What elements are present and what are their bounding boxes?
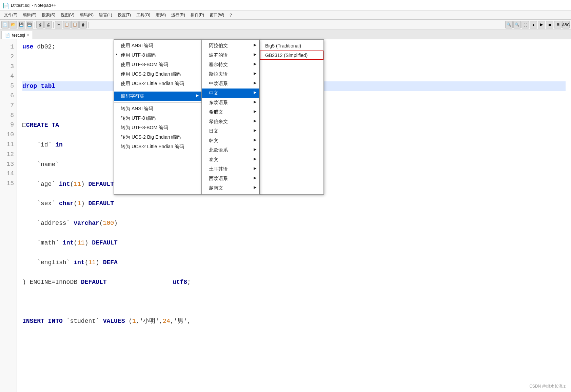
encoding-utf8bom[interactable]: 使用 UTF-8-BOM 编码 (114, 60, 201, 70)
vietnamese-arrow: ▶ (254, 185, 256, 190)
charset-vietnamese[interactable]: 越南文 ▶ (202, 183, 259, 193)
hebrew-arrow: ▶ (254, 119, 256, 123)
new-button[interactable]: 📄 (1, 21, 9, 28)
charset-arabic[interactable]: 阿拉伯文 ▶ (202, 41, 259, 51)
charset-nordic[interactable]: 北欧语系 ▶ (202, 145, 259, 155)
chinese-big5[interactable]: Big5 (Traditional) (260, 41, 323, 51)
watermark: CSDN @绿水长流∙z (529, 384, 566, 389)
save-button[interactable]: 💾 (18, 21, 25, 28)
menu-run[interactable]: 运行(R) (169, 12, 188, 19)
encoding-ucs2le[interactable]: 使用 UCS-2 Little Endian 编码 (114, 79, 201, 89)
charset-arrow: ▶ (196, 93, 199, 98)
charset-greek[interactable]: 希腊文 ▶ (202, 107, 259, 117)
tab-label: test.sql (12, 33, 25, 38)
menu-edit[interactable]: 编辑(E) (20, 12, 39, 19)
menu-settings[interactable]: 设置(T) (115, 12, 134, 19)
menu-macro[interactable]: 宏(M) (153, 12, 169, 19)
encoding-dropdown: 使用 ANSI 编码 • 使用 UTF-8 编码 使用 UTF-8-BOM 编码… (114, 39, 202, 195)
open-button[interactable]: 📂 (9, 21, 17, 28)
charset-korean[interactable]: 韩文 ▶ (202, 136, 259, 145)
korean-arrow: ▶ (254, 138, 256, 142)
encoding-ansi[interactable]: 使用 ANSI 编码 (114, 41, 201, 51)
chinese-arrow: ▶ (254, 90, 256, 95)
toolbar-sep-1 (35, 22, 35, 28)
charset-western[interactable]: 西欧语系 ▶ (202, 174, 259, 183)
turkish-arrow: ▶ (254, 166, 256, 171)
menu-tools[interactable]: 工具(O) (134, 12, 153, 19)
menu-plugins[interactable]: 插件(P) (188, 12, 207, 19)
tab-file-icon: 📄 (5, 33, 10, 38)
delete-button[interactable]: 🗑 (79, 21, 87, 28)
charset-turkish[interactable]: 土耳其语 ▶ (202, 164, 259, 174)
zoomin-button[interactable]: 🔍 (505, 21, 513, 28)
enc-divider-1 (114, 90, 201, 90)
menu-help[interactable]: ? (227, 12, 235, 18)
record-button[interactable]: ⏹ (546, 21, 553, 28)
play-button[interactable]: ▶ (538, 21, 545, 28)
convert-utf8[interactable]: 转为 UTF-8 编码 (114, 114, 201, 123)
utf8-bullet: • (116, 52, 117, 57)
encoding-ucs2be[interactable]: 使用 UCS-2 Big Endian 编码 (114, 70, 201, 79)
centraleu-arrow: ▶ (254, 81, 256, 85)
charset-submenu: 阿拉伯文 ▶ 波罗的语 ▶ 塞尔特文 ▶ 斯拉夫语 ▶ 中欧语系 ▶ 中文 ▶ … (202, 39, 259, 195)
charset-japanese[interactable]: 日文 ▶ (202, 126, 259, 136)
cut-button[interactable]: ✂ (55, 21, 62, 28)
charset-baltic[interactable]: 波罗的语 ▶ (202, 51, 259, 60)
zoomout-button[interactable]: 🔍 (513, 21, 521, 28)
grid-button[interactable]: ⊞ (554, 21, 562, 28)
enc-divider-2 (114, 102, 201, 103)
tab-test-sql[interactable]: 📄 test.sql × (1, 31, 33, 39)
greek-arrow: ▶ (254, 109, 256, 114)
save-all-button[interactable]: 💾 (26, 21, 33, 28)
celtic-arrow: ▶ (254, 62, 256, 66)
menu-encoding[interactable]: 编码(N) (77, 12, 96, 19)
line-numbers: 1 2 3 4 5 6 7 8 9 10 11 12 13 14 15 (0, 39, 17, 392)
print-button[interactable]: 🖨 (36, 21, 44, 28)
toolbar: 📄 📂 💾 💾 🖨 🖨 ✂ 📋 📋 🗑 🔍 🔍 ⛶ ● ▶ ⏹ ⊞ ABC (0, 20, 571, 30)
encoding-utf8[interactable]: • 使用 UTF-8 编码 (114, 51, 201, 60)
print-now-button[interactable]: 🖨 (44, 21, 52, 28)
convert-utf8bom[interactable]: 转为 UTF-8-BOM 编码 (114, 123, 201, 133)
charset-eastern-eu[interactable]: 东欧语系 ▶ (202, 98, 259, 107)
charset-central-eu[interactable]: 中欧语系 ▶ (202, 79, 259, 89)
convert-ucs2le[interactable]: 转为 UCS-2 Little Endian 编码 (114, 142, 201, 152)
chinese-gb2312[interactable]: GB2312 (Simplified) (260, 51, 323, 60)
menu-file[interactable]: 文件(F) (1, 12, 20, 19)
eastereu-arrow: ▶ (254, 100, 256, 104)
arabic-arrow: ▶ (254, 43, 256, 47)
menu-window[interactable]: 窗口(W) (207, 12, 227, 19)
convert-ansi[interactable]: 转为 ANSI 编码 (114, 104, 201, 114)
copy-button[interactable]: 📋 (63, 21, 71, 28)
menu-language[interactable]: 语言(L) (96, 12, 115, 19)
charset-hebrew[interactable]: 希伯来文 ▶ (202, 117, 259, 126)
app-icon: 📄 (3, 3, 8, 8)
charset-thai[interactable]: 泰文 ▶ (202, 155, 259, 164)
slavic-arrow: ▶ (254, 71, 256, 76)
japanese-arrow: ▶ (254, 128, 256, 133)
chinese-submenu: Big5 (Traditional) GB2312 (Simplified) (259, 39, 324, 195)
menu-search[interactable]: 搜索(S) (39, 12, 58, 19)
nordic-arrow: ▶ (254, 147, 256, 152)
western-arrow: ▶ (254, 176, 256, 180)
abc-button[interactable]: ABC (562, 21, 570, 28)
convert-ucs2be[interactable]: 转为 UCS-2 Big Endian 编码 (114, 133, 201, 142)
charset-chinese[interactable]: 中文 ▶ (202, 89, 259, 98)
paste-button[interactable]: 📋 (71, 21, 79, 28)
menu-view[interactable]: 视图(V) (58, 12, 77, 19)
thai-arrow: ▶ (254, 157, 256, 161)
marker-button[interactable]: ● (530, 21, 537, 28)
baltic-arrow: ▶ (254, 52, 256, 57)
title-bar: 📄 D:\test.sql - Notepad++ (0, 0, 571, 11)
charset-menu-item[interactable]: 编码字符集 ▶ (114, 92, 201, 101)
tab-bar: 📄 test.sql × (0, 30, 571, 39)
charset-celtic[interactable]: 塞尔特文 ▶ (202, 60, 259, 70)
toolbar-sep-2 (53, 22, 54, 28)
title-text: D:\test.sql - Notepad++ (11, 3, 56, 8)
toolbar-sep-3 (88, 22, 88, 28)
dropdown-container: 使用 ANSI 编码 • 使用 UTF-8 编码 使用 UTF-8-BOM 编码… (114, 39, 324, 195)
fullscreen-button[interactable]: ⛶ (521, 21, 529, 28)
charset-slavic[interactable]: 斯拉夫语 ▶ (202, 70, 259, 79)
tab-close-button[interactable]: × (27, 33, 29, 37)
menu-bar: 文件(F) 编辑(E) 搜索(S) 视图(V) 编码(N) 语言(L) 设置(T… (0, 11, 571, 20)
